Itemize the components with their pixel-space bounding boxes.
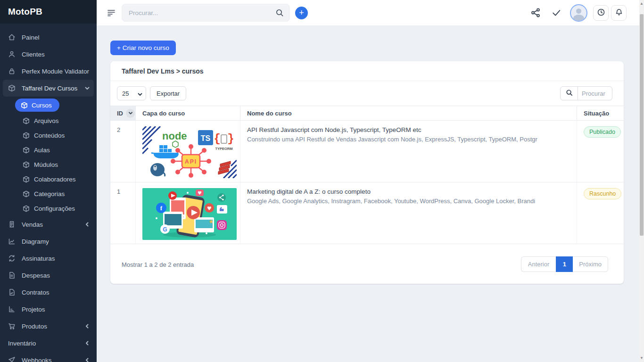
page-size-wrap: 25 <box>117 86 146 100</box>
cell-cover: ♥ f ♥ ★ G <box>136 182 240 244</box>
status-badge: Rascunho <box>584 188 621 199</box>
sidebar-item-contratos[interactable]: Contratos <box>0 284 97 301</box>
sidebar-item-vendas[interactable]: Vendas <box>0 216 97 233</box>
document-icon <box>8 272 16 279</box>
sidebar-item-painel[interactable]: Painel <box>0 29 97 46</box>
sidebar-nav: Painel Clientes Perfex Module Validator … <box>0 24 97 362</box>
search-icon <box>566 89 573 98</box>
sidebar-item-label: Taffarel Dev Cursos <box>22 85 77 92</box>
sidebar-subitem-mudulos[interactable]: Múdulos <box>0 157 97 172</box>
sidebar-subitem-colaboradores[interactable]: Colaboradores <box>0 172 97 187</box>
global-search-input[interactable] <box>129 4 270 21</box>
contract-icon <box>8 288 16 296</box>
sort-chevron-icon[interactable] <box>126 109 135 118</box>
subitem-label: Múdulos <box>34 161 58 168</box>
table-search <box>560 86 612 100</box>
subitem-label: Aulas <box>34 147 50 154</box>
column-header-id[interactable]: ID <box>110 106 136 120</box>
sidebar-item-label: Assinaturas <box>22 255 55 262</box>
receipt-icon <box>8 221 16 228</box>
table-search-input[interactable] <box>578 86 612 100</box>
sidebar-item-label: Diagramy <box>22 238 49 245</box>
sidebar-item-inventario[interactable]: Inventário <box>0 335 97 352</box>
cube-icon <box>8 84 16 92</box>
svg-text:node: node <box>162 130 187 142</box>
status-badge: Publicado <box>584 126 621 138</box>
column-header-name[interactable]: Nome do curso <box>240 106 577 120</box>
table-search-button[interactable] <box>560 86 578 100</box>
sidebar-item-assinaturas[interactable]: Assinaturas <box>0 250 97 267</box>
sidebar-subitem-conteudos[interactable]: Conteúdos <box>0 128 97 143</box>
svg-text:f: f <box>160 205 163 212</box>
pagination: Anterior 1 Próximo <box>521 256 608 272</box>
chevron-left-icon <box>84 222 90 227</box>
column-header-status[interactable]: Situação <box>577 106 624 120</box>
export-button[interactable]: Exportar <box>150 86 186 100</box>
sidebar-item-projetos[interactable]: Projetos <box>0 301 97 318</box>
sidebar-item-despesas[interactable]: Despesas <box>0 267 97 284</box>
sidebar-item-webhooks[interactable]: Webhooks <box>0 352 97 362</box>
history-button[interactable] <box>593 5 609 21</box>
pagination-previous-button[interactable]: Anterior <box>521 256 556 272</box>
notifications-button[interactable] <box>611 5 627 21</box>
home-icon <box>8 33 16 41</box>
search-icon[interactable] <box>275 8 284 17</box>
subitem-label: Arquivos <box>34 117 59 124</box>
sidebar-item-taffarel-dev-cursos[interactable]: Taffarel Dev Cursos <box>3 80 94 97</box>
svg-text:♥: ♥ <box>207 206 212 212</box>
menu-icon[interactable] <box>107 8 116 17</box>
scroll-up-arrow[interactable]: ▲ <box>639 1 644 7</box>
sidebar-item-perfex-module-validator[interactable]: Perfex Module Validator <box>0 63 97 80</box>
chart-icon <box>8 238 16 245</box>
sidebar-item-label: Projetos <box>22 306 45 313</box>
sidebar-item-clientes[interactable]: Clientes <box>0 46 97 63</box>
course-title: API Restful Javascript com Node.js, Type… <box>247 126 567 133</box>
svg-text:★: ★ <box>209 218 214 225</box>
cell-id: 2 <box>110 121 136 182</box>
sidebar-subitem-cursos-active[interactable]: Cursos <box>15 99 59 112</box>
cube-icon <box>23 147 30 154</box>
sidebar-item-label: Webhooks <box>22 357 52 362</box>
repeat-icon <box>8 255 16 262</box>
page-size-select[interactable]: 25 <box>117 86 146 100</box>
chevron-left-icon <box>84 323 90 329</box>
sidebar-subitem-categorias[interactable]: Categorias <box>0 187 97 201</box>
sidebar-item-label: Vendas <box>22 221 43 228</box>
check-icon[interactable] <box>551 8 561 18</box>
scrollbar-thumb[interactable] <box>640 14 644 236</box>
cube-icon <box>23 190 30 197</box>
sidebar-subitem-aulas[interactable]: Aulas <box>0 143 97 157</box>
table-row: 2 node TS { } TYPEORM <box>110 121 624 182</box>
page-scrollbar[interactable]: ▲ ▼ <box>639 0 644 362</box>
quick-add-button[interactable]: + <box>295 7 308 19</box>
chevron-down-icon <box>84 85 90 91</box>
clock-icon <box>597 8 605 18</box>
projects-icon <box>8 305 16 313</box>
cell-status: Publicado <box>577 121 624 182</box>
subitem-label: Conteúdos <box>34 132 65 139</box>
cube-icon <box>23 132 30 139</box>
cell-id: 1 <box>110 182 136 244</box>
cube-icon <box>23 161 30 168</box>
sidebar-subitem-arquivos[interactable]: Arquivos <box>0 114 97 128</box>
sidebar-item-produtos[interactable]: Produtos <box>0 318 97 335</box>
course-subtitle: Construindo uma API Restful de Vendas Ja… <box>247 136 567 143</box>
cart-icon <box>8 322 16 330</box>
sidebar-item-label: Contratos <box>22 289 50 296</box>
subitem-label: Colaboradores <box>34 176 76 183</box>
share-icon[interactable] <box>530 8 541 18</box>
pagination-next-button[interactable]: Próximo <box>573 256 608 272</box>
global-search <box>122 4 290 22</box>
column-header-cover[interactable]: Capa do curso <box>136 106 240 120</box>
create-course-button[interactable]: + Criar novo curso <box>110 41 176 55</box>
subitem-label: Categorias <box>34 190 65 197</box>
scroll-down-arrow[interactable]: ▼ <box>639 355 644 361</box>
submenu-cursos-wrap: Cursos <box>0 97 97 114</box>
cube-icon <box>23 205 30 212</box>
sidebar-subitem-configuracoes[interactable]: Configurações <box>0 201 97 216</box>
sidebar-item-diagramy[interactable]: Diagramy <box>0 233 97 250</box>
avatar[interactable] <box>570 4 587 22</box>
pagination-page-1-button[interactable]: 1 <box>556 256 573 272</box>
card-title: Taffarel Dev Lms > cursos <box>122 67 204 75</box>
taffarel-submenu: Arquivos Conteúdos Aulas Múdulos Colabor… <box>0 114 97 216</box>
